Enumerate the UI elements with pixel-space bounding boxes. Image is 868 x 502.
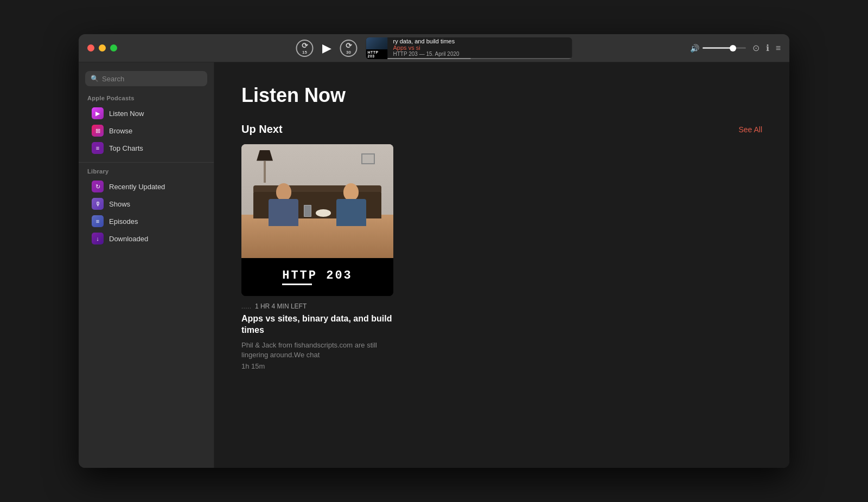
sidebar-item-label-browse: Browse bbox=[109, 127, 132, 135]
main-area: 🔍 Search Apple Podcasts ▶ Listen Now ⊞ B… bbox=[79, 62, 789, 468]
skip-back-button[interactable]: ⟳ 15 bbox=[296, 40, 314, 57]
skip-forward-button[interactable]: ⟳ 30 bbox=[340, 40, 358, 57]
downloaded-icon: ↓ bbox=[92, 233, 104, 244]
close-button[interactable] bbox=[87, 44, 94, 52]
now-playing-show: Apps vs si bbox=[393, 44, 420, 51]
traffic-lights bbox=[79, 44, 117, 52]
episode-progress-dots: ..... bbox=[241, 304, 252, 310]
search-box[interactable]: 🔍 Search bbox=[85, 71, 207, 86]
browse-icon: ⊞ bbox=[92, 125, 104, 137]
sidebar-item-recently-updated[interactable]: ↻ Recently Updated bbox=[83, 178, 209, 195]
minimize-button[interactable] bbox=[99, 44, 106, 52]
http203-logo-text: HTTP 203 bbox=[282, 269, 353, 282]
volume-slider[interactable] bbox=[703, 47, 746, 49]
http203-bar: HTTP 203 bbox=[241, 258, 393, 296]
shows-icon: 🎙 bbox=[92, 198, 104, 210]
progress-bar bbox=[388, 58, 572, 59]
sidebar-item-label-downloaded: Downloaded bbox=[109, 235, 148, 243]
up-next-section-header: Up Next See All bbox=[241, 123, 762, 136]
episode-title: Apps vs sites, binary data, and build ti… bbox=[241, 313, 393, 336]
volume-control[interactable]: 🔊 bbox=[690, 44, 746, 53]
episode-duration: 1h 15m bbox=[241, 362, 393, 370]
recently-updated-icon: ↻ bbox=[92, 181, 104, 192]
play-button[interactable]: ▶ bbox=[322, 41, 331, 55]
sidebar-section-library: Library bbox=[79, 168, 214, 178]
sidebar-item-episodes[interactable]: ≡ Episodes bbox=[83, 213, 209, 230]
search-icon: 🔍 bbox=[91, 75, 99, 82]
now-playing-info: ry data, and build times Apps vs si HTTP… bbox=[388, 37, 572, 58]
http203-underline bbox=[282, 284, 312, 285]
episode-meta: ..... 1 HR 4 MIN LEFT bbox=[241, 303, 393, 310]
titlebar-controls: ⟳ 15 ▶ ⟳ 30 HTTP 203 bbox=[296, 37, 572, 59]
info-button[interactable]: ℹ bbox=[766, 43, 769, 53]
app-window: ⟳ 15 ▶ ⟳ 30 HTTP 203 bbox=[79, 34, 789, 468]
volume-icon: 🔊 bbox=[690, 44, 699, 53]
episode-description: Phil & Jack from fishandscripts.com are … bbox=[241, 340, 393, 360]
search-input[interactable]: Search bbox=[102, 75, 124, 83]
person-left bbox=[269, 183, 298, 226]
search-container: 🔍 Search bbox=[79, 71, 214, 95]
person-right bbox=[336, 183, 366, 226]
table-items bbox=[304, 205, 331, 217]
sidebar-item-label-top-charts: Top Charts bbox=[109, 144, 143, 152]
lamp-decoration bbox=[257, 150, 273, 183]
volume-thumb bbox=[730, 45, 736, 52]
episode-card[interactable]: HTTP 203 ..... 1 HR 4 MIN LEFT Apps vs s… bbox=[241, 144, 393, 370]
listen-now-icon: ▶ bbox=[92, 107, 104, 119]
episodes-icon: ≡ bbox=[92, 215, 104, 227]
now-playing-thumbnail: HTTP 203 bbox=[366, 37, 388, 59]
sidebar-item-label-episodes: Episodes bbox=[109, 217, 138, 226]
titlebar: ⟳ 15 ▶ ⟳ 30 HTTP 203 bbox=[79, 34, 789, 62]
volume-fill bbox=[703, 47, 733, 49]
wall-frame bbox=[361, 153, 375, 164]
queue-button[interactable]: ≡ bbox=[776, 43, 781, 53]
see-all-button[interactable]: See All bbox=[738, 125, 762, 134]
maximize-button[interactable] bbox=[110, 44, 117, 52]
sidebar-item-listen-now[interactable]: ▶ Listen Now bbox=[83, 105, 209, 122]
sidebar-item-shows[interactable]: 🎙 Shows bbox=[83, 195, 209, 213]
sidebar-item-label-listen-now: Listen Now bbox=[109, 110, 144, 118]
sidebar: 🔍 Search Apple Podcasts ▶ Listen Now ⊞ B… bbox=[79, 62, 214, 468]
sidebar-item-browse[interactable]: ⊞ Browse bbox=[83, 122, 209, 139]
content-area: Listen Now Up Next See All bbox=[214, 62, 789, 468]
titlebar-right-controls: 🔊 ⊙ ℹ ≡ bbox=[690, 43, 781, 53]
progress-bar-fill bbox=[388, 58, 471, 59]
sidebar-item-downloaded[interactable]: ↓ Downloaded bbox=[83, 230, 209, 247]
sidebar-item-top-charts[interactable]: ≡ Top Charts bbox=[83, 139, 209, 157]
photo-scene bbox=[241, 144, 393, 258]
sidebar-item-label-recently-updated: Recently Updated bbox=[109, 183, 165, 191]
top-charts-icon: ≡ bbox=[92, 142, 104, 154]
sidebar-divider bbox=[79, 162, 214, 163]
thumbnail-photo bbox=[241, 144, 393, 258]
now-playing-widget[interactable]: HTTP 203 ry data, and build times Apps v… bbox=[366, 37, 572, 59]
airplay-icon[interactable]: ⊙ bbox=[752, 43, 760, 53]
episode-time-left: 1 HR 4 MIN LEFT bbox=[255, 303, 307, 310]
now-playing-show-badge: HTTP 203 bbox=[366, 49, 388, 59]
episode-thumbnail: HTTP 203 bbox=[241, 144, 393, 296]
page-title: Listen Now bbox=[241, 84, 762, 107]
sidebar-item-label-shows: Shows bbox=[109, 200, 130, 208]
now-playing-title: ry data, and build times bbox=[393, 38, 567, 44]
sidebar-section-apple-podcasts: Apple Podcasts bbox=[79, 95, 214, 105]
up-next-title: Up Next bbox=[241, 123, 283, 136]
now-playing-subtitle: HTTP 203 — 15. April 2020 bbox=[393, 51, 567, 57]
